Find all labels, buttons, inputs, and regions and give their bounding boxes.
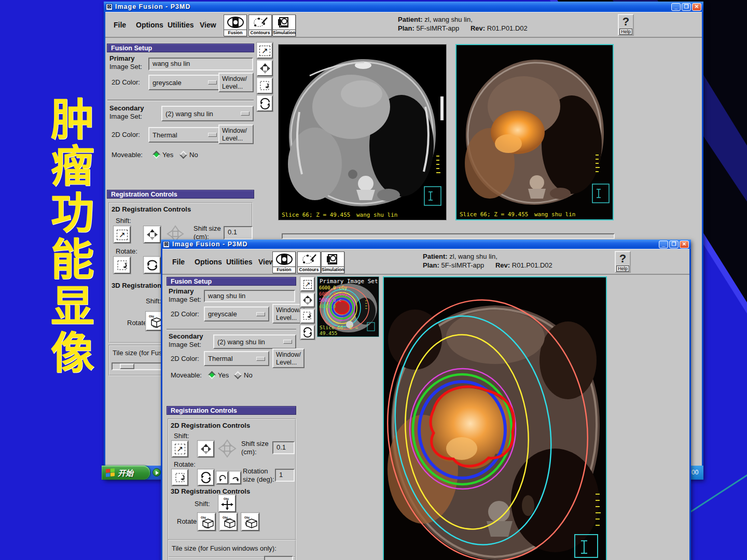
restore-button[interactable]: ❐ xyxy=(669,241,679,248)
frame-arrow-icon: ↗ xyxy=(303,280,312,289)
window-level-button-secondary[interactable]: Window/Level... xyxy=(218,124,254,144)
help-button[interactable]: ? Help xyxy=(615,251,631,273)
primary-imageset-field[interactable]: wang shu lin xyxy=(204,290,295,302)
3d-rotate-x-button[interactable]: Obj xyxy=(198,513,216,531)
menu-utilities[interactable]: Utilities xyxy=(224,257,255,267)
rotation-size-input[interactable]: 1 xyxy=(275,469,295,482)
restore-button[interactable]: ❐ xyxy=(682,3,691,11)
separator xyxy=(107,100,254,101)
contours-icon xyxy=(249,15,271,30)
3d-rotate-y-button[interactable]: Obj xyxy=(219,513,238,531)
primary-imageset-label: Image Set: xyxy=(109,63,142,71)
primary-thumbnail[interactable]: Primary Image Set 6600.0 cGy 6000.0 cGy … xyxy=(317,276,379,337)
radio-diamond-icon xyxy=(179,151,188,159)
fusion-tool-button[interactable]: Fusion xyxy=(272,251,296,273)
secondary-color-dropdown[interactable]: Thermal xyxy=(148,127,221,143)
rotate-bounds-button[interactable] xyxy=(114,257,131,274)
primary-color-dropdown[interactable]: greyscale xyxy=(204,306,269,321)
four-arrows-icon xyxy=(146,229,158,241)
fusion-dose-viewport[interactable] xyxy=(383,276,607,560)
shift-arrows-button[interactable] xyxy=(198,441,214,457)
primary-imageset-field[interactable]: wang shu lin xyxy=(148,58,253,71)
close-button[interactable]: ✕ xyxy=(680,241,689,248)
moveable-no-radio[interactable]: No xyxy=(235,371,253,379)
window-level-button-primary[interactable]: Window/Level... xyxy=(272,304,305,324)
rotate-circle-button[interactable] xyxy=(198,469,214,486)
rotate-cw-button[interactable] xyxy=(229,471,241,484)
3d-rotate-z-button[interactable]: Obj xyxy=(241,513,259,531)
3d-shift-label: Shift: xyxy=(195,500,210,508)
window-level-button-secondary[interactable]: Window/Level... xyxy=(272,348,305,368)
option-dash-icon xyxy=(208,80,217,85)
rotate-circle-button[interactable] xyxy=(144,257,161,274)
contours-label: Contours xyxy=(249,30,271,36)
title-bar[interactable]: ⊠ Image Fusion - P3MD _ ❐ ✕ xyxy=(161,240,691,249)
rotate-frame-button[interactable] xyxy=(257,78,273,94)
rotate-bounds-button[interactable] xyxy=(172,469,188,486)
menu-file[interactable]: File xyxy=(170,257,187,267)
contours-tool-button[interactable]: Contours xyxy=(297,251,321,273)
rotate-view-button[interactable] xyxy=(300,325,315,340)
moveable-label: Moveable: xyxy=(112,151,143,159)
start-button[interactable]: 开始 xyxy=(102,466,150,480)
menu-view[interactable]: View xyxy=(198,20,218,30)
patient-info: Patient: zl, wang shu lin, Plan: 5F-sIMR… xyxy=(398,15,528,33)
fusion-tool-button[interactable]: Fusion xyxy=(224,15,247,36)
secondary-imageset-dropdown[interactable]: (2) wang shu lin xyxy=(161,106,254,121)
moveable-no-radio[interactable]: No xyxy=(181,151,198,159)
moveable-yes-radio[interactable]: Yes xyxy=(154,151,173,159)
minimize-button[interactable]: _ xyxy=(671,3,681,11)
menu-file[interactable]: File xyxy=(112,20,128,30)
rotate-ccw-icon xyxy=(218,474,227,482)
primary-ct-viewport[interactable]: Slice 66; Z = 49.455 wang shu lin xyxy=(278,44,447,220)
shift-arrows-button[interactable] xyxy=(144,226,161,243)
menu-options[interactable]: Options xyxy=(134,20,165,30)
menu-options[interactable]: Options xyxy=(192,257,224,267)
window-level-button-primary[interactable]: Window/Level... xyxy=(218,73,254,92)
minimize-button[interactable]: _ xyxy=(659,241,668,248)
rotate-ccw-button[interactable] xyxy=(216,471,228,484)
quick-launch-icon[interactable] xyxy=(153,468,161,477)
simulation-label: Simulation xyxy=(273,30,295,36)
shift-bounds-button[interactable]: ↗ xyxy=(114,226,131,243)
shift-arrows-disabled-icon xyxy=(217,439,237,460)
fusion-viewport[interactable]: Slice 66; Z = 49.455 wang shu lin xyxy=(455,44,614,220)
help-button[interactable]: ? Help xyxy=(618,14,634,36)
3d-shift-button[interactable]: Obj xyxy=(218,495,236,512)
shift-label: Shift: xyxy=(116,217,131,225)
close-button[interactable]: ✕ xyxy=(692,3,701,11)
primary-color-dropdown[interactable]: greyscale xyxy=(148,75,221,90)
title-bar[interactable]: ⊠ Image Fusion - P3MD _ ❐ ✕ xyxy=(104,2,703,12)
move-button[interactable] xyxy=(257,60,273,76)
shift-bounds-button[interactable]: ↗ xyxy=(172,441,188,457)
secondary-label: Secondary xyxy=(169,332,203,340)
plan-label: Plan: xyxy=(398,24,414,32)
secondary-imageset-label: Image Set: xyxy=(109,113,142,120)
separator xyxy=(167,329,296,330)
slider-thumb[interactable] xyxy=(120,363,134,369)
cube-icon: Obj xyxy=(222,515,236,529)
pan-frame-button[interactable]: ↗ xyxy=(257,43,273,59)
rotate-frame-button[interactable] xyxy=(300,309,315,324)
contours-tool-button[interactable]: Contours xyxy=(248,15,272,36)
simulation-tool-button[interactable]: Simulation xyxy=(321,251,344,273)
menu-utilities[interactable]: Utilities xyxy=(165,20,196,30)
simulation-tool-button[interactable]: Simulation xyxy=(272,15,296,36)
tile-size-input[interactable] xyxy=(264,556,293,560)
dose-legend-6600: 6600.0 cGy xyxy=(319,285,347,290)
shift-size-input[interactable]: 0.1 xyxy=(272,441,295,454)
shift-size-input[interactable]: 0.1 xyxy=(224,226,253,240)
svg-text:Obj: Obj xyxy=(223,516,228,519)
shift-bounds-icon: ↗ xyxy=(117,230,128,240)
rotate-view-button[interactable] xyxy=(257,95,273,111)
secondary-imageset-dropdown[interactable]: (2) wang shu lin xyxy=(213,334,296,349)
secondary-color-dropdown[interactable]: Thermal xyxy=(204,351,269,366)
taskbar-left: 开始 xyxy=(102,466,161,480)
option-dash-icon xyxy=(256,312,265,316)
moveable-yes-radio[interactable]: Yes xyxy=(209,371,229,379)
pan-frame-button[interactable]: ↗ xyxy=(300,277,315,291)
view-tool-column: ↗ xyxy=(300,277,315,340)
image-scroll-strip[interactable] xyxy=(282,233,615,239)
fusion-setup-header: Fusion Setup xyxy=(107,44,254,52)
move-button[interactable] xyxy=(300,293,315,307)
